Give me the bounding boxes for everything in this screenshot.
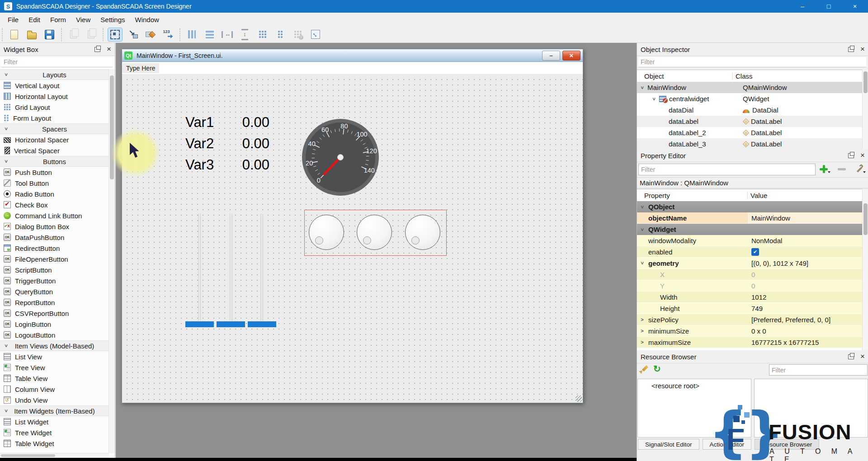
property-row[interactable]: >windowModalityNonModal — [637, 235, 863, 246]
dock-float-icon[interactable] — [848, 47, 854, 52]
property-row[interactable]: >geometry[(0, 0), 1012 x 749] — [637, 258, 863, 269]
widgetbox-item[interactable]: Tree View — [0, 362, 109, 373]
form-close-button[interactable]: × — [562, 51, 580, 61]
widgetbox-item[interactable]: CSVReportButton — [0, 308, 109, 319]
edit-buddies-button[interactable] — [143, 28, 157, 41]
property-row[interactable]: >sizePolicy[Preferred, Preferred, 0, 0] — [637, 314, 863, 325]
reload-resources-button[interactable]: ↻ — [653, 363, 661, 374]
minimize-button[interactable]: – — [789, 0, 816, 13]
widgetbox-item[interactable]: FileOpenerButton — [0, 254, 109, 264]
property-filter-input[interactable] — [638, 164, 816, 175]
close-button[interactable]: × — [842, 0, 868, 13]
widgetbox-item[interactable]: Command Link Button — [0, 210, 109, 221]
copy-button[interactable] — [66, 28, 80, 41]
widgetbox-item[interactable]: Table Widget — [0, 438, 109, 449]
chevron-right-icon[interactable]: > — [640, 328, 645, 334]
scrollbar-thumb[interactable] — [863, 203, 868, 235]
paste-button[interactable] — [84, 28, 98, 41]
property-row[interactable]: >enabled✔ — [637, 246, 863, 258]
widgetbox-item[interactable]: List Widget — [0, 416, 109, 427]
object-inspector-filter-input[interactable] — [638, 57, 866, 67]
maximize-button[interactable]: □ — [816, 0, 842, 13]
edit-resources-button[interactable] — [640, 365, 650, 375]
resize-grip[interactable] — [576, 395, 582, 402]
widgetbox-item[interactable]: Radio Button — [0, 188, 109, 199]
widgetbox-item[interactable]: Form Layout — [0, 113, 109, 123]
widgetbox-item[interactable]: ReportButton — [0, 297, 109, 308]
resource-filter-input[interactable] — [769, 364, 868, 376]
form-window-titlebar[interactable]: Qt MainWindow - First_Screen.ui. – × — [122, 49, 583, 62]
remove-property-button[interactable] — [834, 163, 849, 175]
chevron-down-icon[interactable]: > — [640, 261, 645, 266]
menu-edit[interactable]: Edit — [24, 16, 45, 24]
widgetbox-item[interactable]: Check Box — [0, 199, 109, 210]
data-dial[interactable]: 020406080100120140 — [302, 118, 379, 196]
widgetbox-category[interactable]: >Spacers — [0, 123, 109, 134]
widgetbox-item[interactable]: LogoutButton — [0, 329, 109, 340]
widgetbox-item[interactable]: Undo View — [0, 395, 109, 405]
slider-handle-2[interactable] — [217, 321, 245, 327]
chevron-down-icon[interactable]: > — [640, 204, 645, 209]
object-inspector-scrollbar[interactable] — [862, 70, 868, 149]
resource-list[interactable] — [754, 379, 868, 437]
adjust-size-button[interactable] — [308, 28, 322, 41]
widgetbox-item[interactable]: Column View — [0, 384, 109, 395]
property-group-row[interactable]: >QWidget — [637, 224, 863, 235]
property-row[interactable]: >maximumSize16777215 x 16777215 — [637, 337, 863, 348]
widgetbox-item[interactable]: List View — [0, 351, 109, 362]
widgetbox-item[interactable]: ScriptButton — [0, 264, 109, 275]
new-file-button[interactable] — [7, 28, 21, 41]
configure-property-button[interactable] — [851, 163, 867, 175]
widgetbox-item[interactable]: Vertical Layout — [0, 80, 109, 91]
form-minimize-button[interactable]: – — [542, 51, 560, 61]
widgetbox-item[interactable]: QueryButton — [0, 286, 109, 297]
widgetbox-item[interactable]: Push Button — [0, 167, 109, 178]
chevron-down-icon[interactable]: > — [640, 227, 645, 232]
layout-grid-button[interactable] — [255, 28, 269, 41]
resource-tree[interactable]: <resource root> — [637, 379, 751, 437]
add-property-button[interactable] — [816, 163, 831, 175]
property-group-row[interactable]: >QObject — [637, 201, 863, 212]
dock-close-icon[interactable]: × — [860, 47, 865, 52]
data-label-row[interactable]: Var20.00 — [185, 136, 269, 155]
dock-float-icon[interactable] — [848, 153, 854, 158]
widgetbox-item[interactable]: Horizontal Layout — [0, 91, 109, 102]
menu-form[interactable]: Form — [45, 16, 71, 24]
widgetbox-category[interactable]: >Layouts — [0, 69, 109, 80]
chevron-right-icon[interactable]: > — [640, 339, 645, 345]
property-row[interactable]: >objectNameMainWindow — [637, 212, 863, 224]
widgetbox-item[interactable]: Horizontal Spacer — [0, 134, 109, 145]
knob-2[interactable] — [357, 215, 392, 250]
widgetbox-item[interactable]: Tool Button — [0, 178, 109, 188]
menu-type-here[interactable]: Type Here — [123, 63, 159, 73]
dock-close-icon[interactable]: × — [860, 153, 865, 158]
object-row[interactable]: dataDialDataDial — [637, 104, 863, 116]
dock-close-icon[interactable]: × — [860, 354, 865, 359]
widgetbox-item[interactable]: Dialog Button Box — [0, 221, 109, 232]
widgetbox-item[interactable]: TriggerButton — [0, 275, 109, 286]
property-row[interactable]: >Y0 — [637, 280, 863, 292]
widgetbox-item[interactable]: DataPushButton — [0, 232, 109, 243]
menu-file[interactable]: File — [3, 16, 24, 24]
checkbox-checked-icon[interactable]: ✔ — [751, 248, 759, 256]
widgetbox-item[interactable]: Vertical Spacer — [0, 145, 109, 156]
widget-box-vscrollbar[interactable] — [108, 69, 115, 453]
property-row[interactable]: >minimumSize0 x 0 — [637, 325, 863, 337]
chevron-down-icon[interactable]: > — [651, 96, 657, 101]
object-row[interactable]: dataLabelDataLabel — [637, 116, 863, 127]
save-file-button[interactable] — [42, 28, 57, 41]
widgetbox-item[interactable]: RedirectButton — [0, 243, 109, 254]
tab-action-editor[interactable]: Action Editor — [703, 439, 752, 450]
widgetbox-category[interactable]: >Item Widgets (Item-Based) — [0, 405, 109, 416]
menu-view[interactable]: View — [71, 16, 95, 24]
slider-handle-1[interactable] — [185, 321, 214, 327]
widgetbox-category[interactable]: >Item Views (Model-Based) — [0, 340, 109, 351]
menu-window[interactable]: Window — [130, 16, 164, 24]
property-row[interactable]: >X0 — [637, 269, 863, 280]
dock-float-icon[interactable] — [94, 47, 100, 52]
edit-signals-slots-button[interactable] — [126, 28, 140, 41]
scrollbar-thumb[interactable] — [1, 454, 55, 457]
object-row[interactable]: >MainWindowQMainWindow — [637, 82, 863, 93]
open-file-button[interactable] — [25, 28, 39, 41]
break-layout-button[interactable] — [291, 28, 305, 41]
